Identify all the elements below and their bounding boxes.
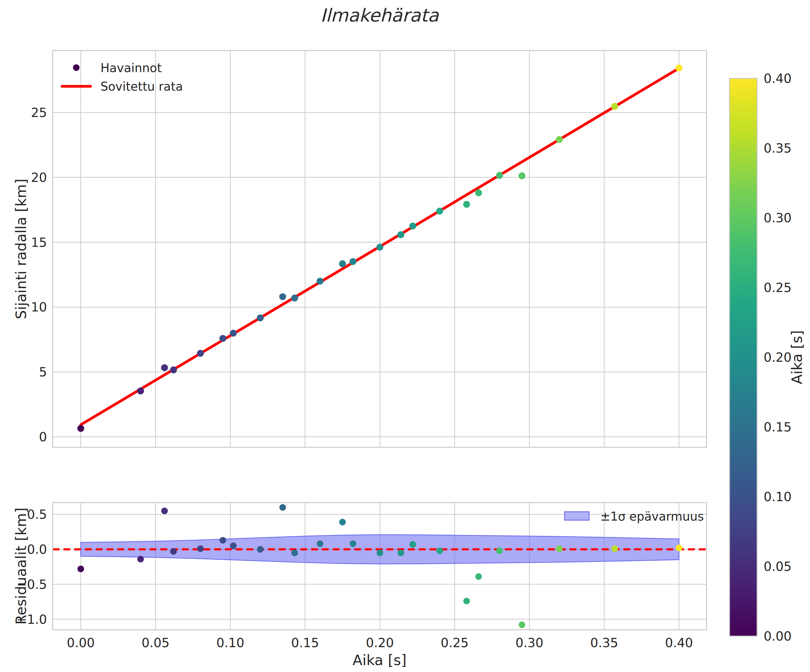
colorbar-tick-label: 0.10 xyxy=(764,490,792,504)
observation-point xyxy=(339,260,346,267)
colorbar-tick-label: 0.15 xyxy=(764,420,792,434)
main-y-tick-label: 20 xyxy=(31,170,47,185)
colorbar-tick-label: 0.35 xyxy=(764,141,792,155)
fit-line-marker-icon xyxy=(61,85,92,88)
residual-point xyxy=(339,519,346,525)
residual-y-tick-label: −1.0 xyxy=(17,612,47,626)
residual-point xyxy=(219,537,226,544)
residual-point xyxy=(676,545,682,551)
observation-point xyxy=(463,201,470,208)
residual-point xyxy=(170,548,177,555)
observations-marker-icon xyxy=(73,64,79,71)
residual-point xyxy=(611,545,618,552)
residual-point xyxy=(197,545,204,552)
observation-point xyxy=(170,366,177,373)
residual-y-tick-label: −0.5 xyxy=(17,577,47,591)
observation-point xyxy=(410,223,416,230)
observation-point xyxy=(230,330,237,337)
residual-point xyxy=(463,598,470,604)
residual-point xyxy=(350,540,356,547)
residual-point xyxy=(556,545,563,552)
observation-point xyxy=(257,314,264,321)
colorbar-tick-label: 0.05 xyxy=(764,559,792,574)
observation-point xyxy=(350,258,356,265)
observation-point xyxy=(137,387,144,394)
main-y-tick-label: 15 xyxy=(31,235,47,250)
x-tick-label: 0.25 xyxy=(440,635,469,650)
observation-point xyxy=(197,350,204,357)
residual-point xyxy=(398,550,404,556)
observation-point xyxy=(519,172,526,179)
colorbar-tick-label: 0.20 xyxy=(764,350,792,365)
residual-point xyxy=(317,540,323,547)
colorbar-tick-label: 0.25 xyxy=(764,280,792,295)
uncertainty-band-legend-label: ±1σ epävarmuus xyxy=(600,510,704,523)
main-y-tick-label: 5 xyxy=(39,365,47,379)
residual-point xyxy=(279,504,286,511)
observation-point xyxy=(611,103,618,110)
observation-point xyxy=(317,278,324,285)
x-tick-label: 0.30 xyxy=(515,635,543,650)
observation-point xyxy=(161,364,168,371)
uncertainty-band-marker-icon xyxy=(564,512,589,521)
observation-point xyxy=(279,293,286,300)
fit-legend-label: Sovitettu rata xyxy=(101,79,183,93)
colorbar xyxy=(729,78,757,636)
residual-point xyxy=(436,547,443,554)
chart-canvas xyxy=(0,0,810,672)
x-tick-label: 0.15 xyxy=(291,635,319,650)
main-y-tick-label: 10 xyxy=(31,300,47,314)
x-tick-label: 0.40 xyxy=(665,635,693,650)
residual-point xyxy=(410,541,416,548)
observation-point xyxy=(291,295,298,302)
x-tick-label: 0.35 xyxy=(590,635,618,650)
residual-point xyxy=(291,550,298,556)
observation-point xyxy=(398,231,404,238)
observation-point xyxy=(496,172,503,179)
residual-point xyxy=(475,573,482,580)
main-y-axis-label: Sijainti radalla [km] xyxy=(13,179,29,319)
observation-point xyxy=(78,425,84,432)
x-tick-label: 0.20 xyxy=(366,635,394,650)
x-tick-label: 0.00 xyxy=(67,635,95,650)
chart-title: Ilmakehärata xyxy=(321,5,439,26)
colorbar-tick-label: 0.40 xyxy=(764,71,792,86)
residual-y-tick-label: 0.5 xyxy=(27,507,47,522)
observations-legend-label: Havainnot xyxy=(101,61,162,75)
residual-point xyxy=(137,556,144,562)
residual-point xyxy=(519,621,525,628)
x-axis-label: Aika [s] xyxy=(353,652,407,669)
residual-point xyxy=(257,546,263,553)
colorbar-tick-label: 0.30 xyxy=(764,211,792,225)
residual-point xyxy=(78,566,84,572)
figure: Ilmakehärata Sijainti radalla [km] Resid… xyxy=(0,0,810,672)
residual-point xyxy=(161,508,168,514)
colorbar-tick-label: 0.00 xyxy=(764,629,792,643)
residual-y-tick-label: 0.0 xyxy=(27,542,47,557)
observation-point xyxy=(475,189,482,196)
main-y-tick-label: 0 xyxy=(39,430,47,444)
observation-point xyxy=(556,136,563,143)
residual-point xyxy=(496,547,503,554)
main-y-tick-label: 25 xyxy=(31,105,47,120)
residual-y-axis-label: Residuaalit [km] xyxy=(13,507,29,625)
observation-point xyxy=(676,65,683,71)
observation-point xyxy=(436,208,443,214)
observation-point xyxy=(219,335,226,342)
x-tick-label: 0.10 xyxy=(216,635,245,650)
x-tick-label: 0.05 xyxy=(142,635,170,650)
residual-point xyxy=(230,542,236,549)
observation-point xyxy=(376,244,383,251)
residual-point xyxy=(376,550,383,556)
